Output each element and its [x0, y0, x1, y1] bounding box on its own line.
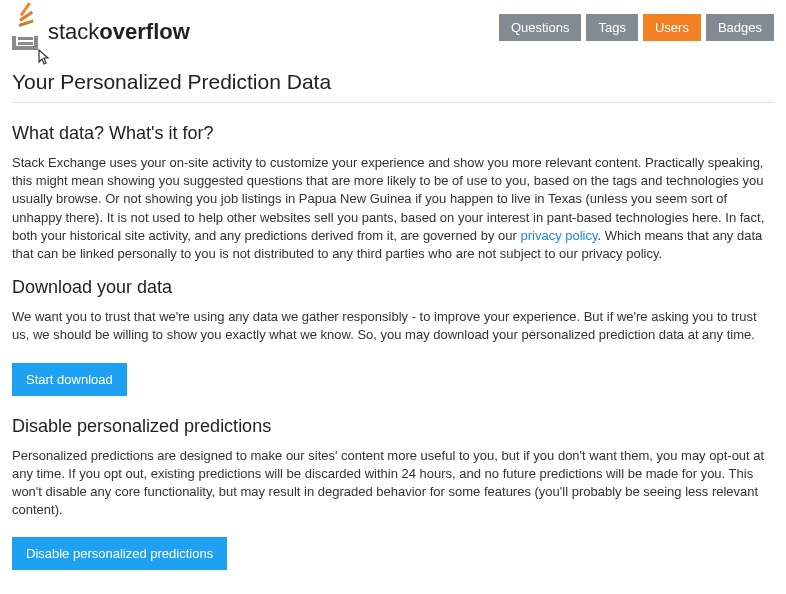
section-disable-body: Personalized predictions are designed to… [12, 447, 774, 520]
nav-badges[interactable]: Badges [706, 14, 774, 41]
section-download-body: We want you to trust that we're using an… [12, 308, 774, 344]
section-what-title: What data? What's it for? [12, 123, 774, 144]
privacy-policy-link[interactable]: privacy policy [520, 228, 597, 243]
nav-users[interactable]: Users [643, 14, 701, 41]
top-nav: Questions Tags Users Badges [499, 14, 774, 41]
logo[interactable]: stackoverflow [12, 14, 190, 50]
nav-tags[interactable]: Tags [586, 14, 637, 41]
section-download-title: Download your data [12, 277, 774, 298]
disable-predictions-button[interactable]: Disable personalized predictions [12, 537, 227, 570]
section-disable-title: Disable personalized predictions [12, 416, 774, 437]
stackoverflow-icon [12, 14, 44, 50]
section-what-body: Stack Exchange uses your on-site activit… [12, 154, 774, 263]
logo-text: stackoverflow [48, 19, 190, 45]
cursor-icon [36, 48, 54, 73]
header: stackoverflow Questions Tags Users Badge… [12, 14, 774, 50]
start-download-button[interactable]: Start download [12, 363, 127, 396]
nav-questions[interactable]: Questions [499, 14, 582, 41]
page-title: Your Personalized Prediction Data [12, 70, 774, 94]
title-divider [12, 102, 774, 103]
